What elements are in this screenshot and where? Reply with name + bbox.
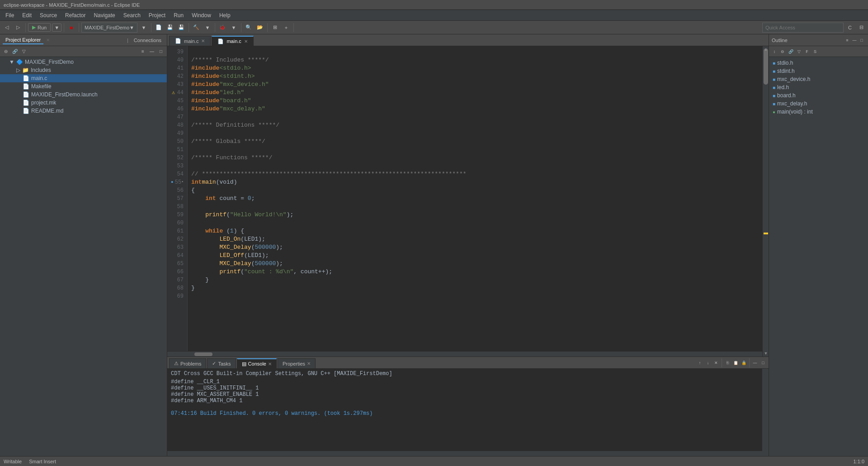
outline-led-h[interactable]: ■ led.h: [771, 83, 866, 91]
tree-item-includes[interactable]: ▷ 📁 Includes: [0, 66, 167, 74]
console-close-btn[interactable]: ✕: [268, 361, 272, 366]
tree-item-readme[interactable]: 📄 README.md: [0, 107, 167, 115]
sidebar-tab-connections[interactable]: Connections: [131, 37, 164, 44]
editor-scroll-thumb[interactable]: [764, 48, 768, 85]
console-h-scrollbar[interactable]: [167, 451, 762, 456]
build-dropdown-btn[interactable]: ▼: [203, 23, 212, 33]
editor-scroll-track[interactable]: ▲ ▼: [762, 46, 769, 357]
tree-item-main-c[interactable]: 📄 main.c: [0, 74, 167, 82]
outline-sort-btn[interactable]: ↕: [771, 48, 778, 55]
config-arrow-btn[interactable]: ▼: [139, 23, 149, 33]
properties-close-btn[interactable]: ✕: [307, 361, 311, 366]
console-scroll-lock-btn[interactable]: 🔒: [740, 359, 747, 366]
outline-show-fields-btn[interactable]: F: [803, 48, 811, 55]
console-copy-btn[interactable]: ⎘: [724, 359, 731, 366]
back-button[interactable]: ◁: [2, 23, 12, 33]
console-go-up-btn[interactable]: ↑: [696, 359, 703, 366]
outline-board-h[interactable]: ■ board.h: [771, 91, 866, 100]
line-65: 65: [171, 260, 184, 268]
console-paste-btn[interactable]: 📋: [732, 359, 739, 366]
h-scrollbar[interactable]: [167, 351, 762, 357]
console-content[interactable]: CDT Cross GCC Built-in Compiler Settings…: [167, 369, 762, 451]
outline-show-static-btn[interactable]: S: [811, 48, 819, 55]
menu-help[interactable]: Help: [216, 11, 234, 19]
menu-refactor[interactable]: Refactor: [61, 11, 89, 19]
outline-mxc-delay-h[interactable]: ■ mxc_delay.h: [771, 100, 866, 108]
tree-item-launch[interactable]: 📄 MAXIDE_FirstDemo.launch: [0, 90, 167, 99]
properties-label: Properties: [283, 361, 305, 366]
bottom-tab-properties[interactable]: Properties ✕: [278, 358, 316, 368]
sidebar-tab-project-explorer[interactable]: Project Explorer: [3, 36, 43, 44]
outline-collapse-btn[interactable]: ⊖: [779, 48, 786, 55]
console-go-down-btn[interactable]: ↓: [704, 359, 712, 366]
perspective-c-button[interactable]: C: [845, 23, 855, 33]
console-maximize-btn[interactable]: □: [760, 359, 767, 366]
console-minimize-btn[interactable]: —: [751, 359, 759, 366]
run-button[interactable]: ▶ Run: [28, 23, 51, 32]
collapse-all-button[interactable]: ⊖: [2, 48, 10, 56]
debug-dropdown-btn[interactable]: ▼: [229, 23, 239, 33]
minimize-sidebar-button[interactable]: —: [148, 48, 156, 56]
sidebar-filter-button[interactable]: ▽: [20, 48, 28, 56]
line-61: 61: [171, 227, 184, 235]
tree-item-project[interactable]: ▼ 🔷 MAXIDE_FirstDemo: [0, 58, 167, 66]
menu-edit[interactable]: Edit: [19, 11, 35, 19]
maximize-sidebar-button[interactable]: □: [157, 48, 165, 56]
outline-main-fn[interactable]: ● main(void) : int: [771, 108, 866, 116]
h-scroll-thumb[interactable]: [194, 352, 212, 356]
menu-file[interactable]: File: [2, 11, 18, 19]
bottom-tab-tasks[interactable]: ✓ Tasks: [207, 358, 236, 368]
main-layout: Project Explorer ✕ | Connections ⊖ 🔗 ▽ ≡…: [0, 34, 868, 456]
console-scroll-track[interactable]: [762, 369, 769, 456]
editor-tab-main-c-1[interactable]: 📄 main.c ✕: [169, 36, 211, 46]
link-with-editor-button[interactable]: 🔗: [11, 48, 19, 56]
outline-maximize-btn[interactable]: □: [858, 37, 865, 44]
outline-minimize-btn[interactable]: —: [851, 37, 858, 44]
editor-tab-main-c-2[interactable]: 📄 main.c ✕: [212, 36, 253, 46]
outline-filter-btn[interactable]: ▽: [795, 48, 802, 55]
outline-stdint-h[interactable]: ■ stdint.h: [771, 67, 866, 75]
menu-source[interactable]: Source: [36, 11, 61, 19]
outline-mxc-device-h[interactable]: ■ mxc_device.h: [771, 75, 866, 83]
outline-stdio-h[interactable]: ■ stdio.h: [771, 59, 866, 67]
debug-button[interactable]: 🐞: [217, 23, 227, 33]
line-44: ⚠44: [171, 89, 184, 97]
tab-close-1[interactable]: ✕: [201, 38, 205, 43]
build-button[interactable]: 🔨: [191, 23, 201, 33]
search-files-button[interactable]: 📂: [255, 23, 265, 33]
menu-window[interactable]: Window: [188, 11, 215, 19]
tree-item-project-mk[interactable]: 📄 project.mk: [0, 99, 167, 107]
new-button[interactable]: 📄: [154, 23, 164, 33]
menu-navigate[interactable]: Navigate: [90, 11, 118, 19]
code-line-46: #include "mxc_delay.h": [191, 105, 759, 113]
tab-close-2[interactable]: ✕: [244, 39, 248, 44]
console-clear-btn[interactable]: ✕: [712, 359, 720, 366]
line-49: 49: [171, 129, 184, 138]
search-button[interactable]: 🔍: [244, 23, 254, 33]
perspective-button[interactable]: ⊞: [270, 23, 280, 33]
header-icon-board: ■: [773, 93, 775, 98]
save-all-button[interactable]: 💾: [176, 23, 186, 33]
outline-link-btn[interactable]: 🔗: [787, 48, 794, 55]
outline-menu-btn[interactable]: ≡: [844, 37, 851, 44]
tasks-label: Tasks: [218, 361, 231, 366]
scroll-up-arrow[interactable]: ▲: [763, 46, 769, 52]
scroll-down-arrow[interactable]: ▼: [763, 350, 769, 357]
code-editor[interactable]: 39 40 41 42 43 ⚠44 45 46 47 48: [167, 46, 762, 351]
quick-access-input[interactable]: [765, 25, 840, 30]
bottom-tab-console[interactable]: ▤ Console ✕: [237, 358, 277, 368]
sidebar-menu-button[interactable]: ≡: [139, 48, 147, 56]
run-config-selector[interactable]: MAXIDE_FirstDemo ▼: [81, 23, 137, 33]
menu-project[interactable]: Project: [145, 11, 169, 19]
save-button[interactable]: 💾: [165, 23, 175, 33]
forward-button[interactable]: ▷: [13, 23, 23, 33]
stop-button[interactable]: ■: [66, 23, 76, 33]
run-dropdown-btn[interactable]: ▼: [52, 24, 61, 32]
open-perspective-btn[interactable]: +: [281, 23, 291, 33]
bottom-tab-problems[interactable]: ⚠ Problems: [169, 358, 206, 368]
tree-item-makefile[interactable]: 📄 Makefile: [0, 82, 167, 90]
code-content[interactable]: /***** Includes *****/ #include <stdio.h…: [188, 46, 762, 351]
menu-run[interactable]: Run: [170, 11, 187, 19]
menu-search[interactable]: Search: [120, 11, 144, 19]
perspective-layout-button[interactable]: ⊟: [856, 23, 866, 33]
